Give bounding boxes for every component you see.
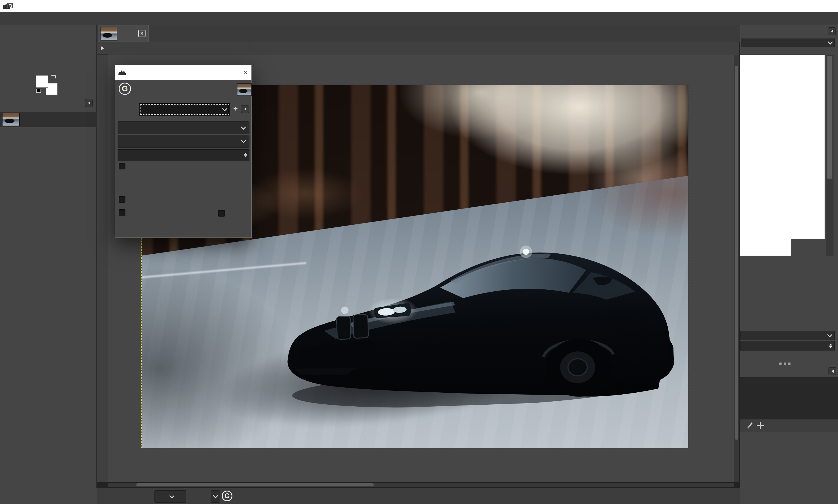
presets-combobox[interactable]: [139, 103, 230, 115]
gegl-logo-icon: G: [119, 83, 131, 95]
dialog-preview-thumbnail: [237, 84, 252, 96]
close-icon: ×: [8, 2, 12, 10]
brush-grid: [740, 55, 825, 239]
split-view-row[interactable]: [218, 210, 228, 217]
panel-resize-grip[interactable]: [779, 362, 782, 365]
ruler-corner-button[interactable]: [97, 42, 108, 55]
window-titlebar: [0, 0, 838, 12]
on-canvas-controls-checkbox[interactable]: [119, 196, 125, 203]
chevron-down-icon: [827, 332, 832, 337]
brush-actions-row: [740, 352, 835, 362]
right-dock-tabs: [741, 26, 827, 38]
lock-row: [740, 419, 838, 432]
units-dropdown[interactable]: [154, 490, 186, 503]
vertical-scrollbar[interactable]: [734, 55, 739, 482]
close-window-button[interactable]: ×: [0, 0, 20, 12]
high-quality-row[interactable]: [119, 163, 129, 169]
chevron-down-icon: [213, 493, 218, 498]
high-quality-checkbox[interactable]: [119, 163, 125, 169]
horizontal-ruler: [108, 42, 739, 55]
chevron-down-icon: [169, 493, 174, 498]
chevron-down-icon: [828, 39, 833, 44]
presets-menu-button[interactable]: [241, 105, 249, 113]
toolbox-dock: [0, 24, 97, 504]
preview-row[interactable]: [119, 209, 129, 216]
chevron-down-icon: [222, 106, 227, 111]
chevron-down-icon: [241, 138, 246, 143]
image-thumbnail: [2, 113, 20, 126]
reset-colors-icon[interactable]: [36, 89, 41, 93]
gegl-logo-icon: G: [222, 491, 233, 501]
swap-colors-icon[interactable]: [51, 75, 56, 78]
blur-type-dropdown[interactable]: [118, 135, 250, 148]
left-dock-menu-button[interactable]: [85, 99, 93, 107]
image-tab-thumbnail: [100, 27, 117, 40]
zoom-value[interactable]: [189, 490, 210, 503]
dialog-titlebar[interactable]: ×: [115, 65, 252, 80]
layers-channels-paths-tabs: [740, 365, 835, 377]
canvas-tab-strip: [97, 24, 740, 42]
close-tab-button[interactable]: ×: [138, 30, 146, 37]
dialog-close-icon[interactable]: ×: [243, 69, 247, 76]
horizontal-scrollbar[interactable]: [108, 483, 734, 487]
color-swatches[interactable]: [35, 75, 60, 96]
brush-filter-input[interactable]: [741, 38, 835, 47]
channels-actions-row: [740, 488, 838, 504]
zoom-dropdown[interactable]: [211, 490, 220, 503]
split-view-checkbox[interactable]: [218, 210, 225, 217]
preview-checkbox[interactable]: [119, 209, 125, 216]
vertical-ruler: [97, 55, 109, 482]
brush-grid-last-row: [740, 239, 791, 256]
left-dock-footer: [0, 488, 97, 504]
channels-menu-button[interactable]: [828, 367, 836, 375]
left-dock-tabs: [1, 98, 96, 111]
shape-dropdown[interactable]: [118, 121, 250, 134]
spacing-spinner[interactable]: [830, 343, 832, 348]
channels-list: [740, 377, 838, 419]
focus-blur-dialog: × G +: [115, 65, 252, 238]
blur-radius-spinner[interactable]: [244, 152, 247, 158]
vertical-scroll-thumb[interactable]: [735, 66, 738, 440]
on-canvas-controls-row[interactable]: [119, 196, 129, 203]
lock-pixels-icon[interactable]: [747, 422, 753, 429]
brush-preset-dropdown[interactable]: [740, 331, 835, 340]
menu-bar: [0, 12, 838, 25]
brush-scrollbar[interactable]: [826, 55, 834, 256]
brushes-menu-button[interactable]: [828, 28, 836, 35]
image-tab[interactable]: ×: [98, 25, 149, 42]
horizontal-scroll-thumb[interactable]: [136, 483, 374, 486]
lock-position-icon[interactable]: [757, 422, 764, 429]
chevron-down-icon: [241, 124, 246, 129]
brush-scroll-thumb[interactable]: [827, 56, 833, 179]
foreground-color-swatch[interactable]: [36, 75, 48, 88]
add-preset-button[interactable]: +: [233, 105, 238, 112]
gimp-wilber-icon: [118, 70, 126, 75]
open-image-item[interactable]: [0, 112, 97, 127]
status-bar: G: [97, 488, 740, 504]
spacing-slider[interactable]: [740, 341, 835, 350]
blur-radius-slider[interactable]: [118, 149, 250, 161]
